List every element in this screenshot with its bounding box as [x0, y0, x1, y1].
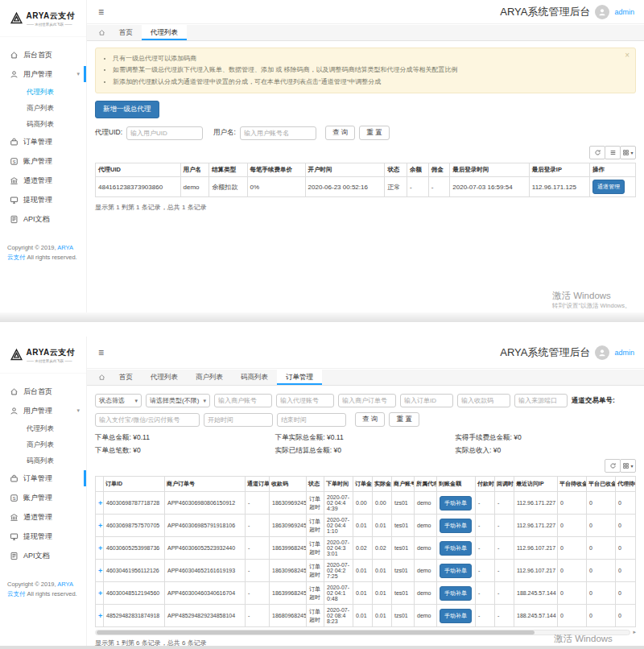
tab-商户列表[interactable]: 商户列表: [187, 370, 232, 385]
sidebar-item-dashboard[interactable]: 后台首页: [0, 45, 86, 64]
user-avatar[interactable]: [595, 5, 609, 19]
refresh-icon[interactable]: [589, 146, 605, 159]
reset-button[interactable]: 重 置: [359, 126, 389, 140]
table-cell: 18639968245: [270, 537, 307, 560]
sidebar-item-api[interactable]: API文档: [0, 209, 86, 229]
table-cell: -: [495, 515, 514, 537]
sidebar-item-channels[interactable]: 通道管理: [0, 171, 86, 190]
sidebar-item-users[interactable]: 用户管理▾: [0, 64, 86, 84]
expand-row-icon[interactable]: +: [98, 544, 102, 552]
column-header: 用户名: [180, 163, 209, 177]
table-cell: 0.01: [373, 605, 392, 627]
column-header: 通道订单号: [246, 477, 270, 492]
type-filter-select[interactable]: 请选择类型(不限)▾: [146, 394, 210, 407]
sidebar-item-api[interactable]: API文档: [0, 546, 86, 565]
status-filter-select[interactable]: 状态筛选▾: [95, 394, 142, 407]
scrollbar-thumb[interactable]: [97, 630, 535, 635]
end-time-input[interactable]: [277, 413, 346, 427]
sidebar-item-dashboard[interactable]: 后台首页: [0, 382, 86, 401]
toggle-view-icon[interactable]: [605, 146, 621, 159]
sidebar-item-orders[interactable]: 订单管理: [0, 132, 86, 151]
scrollbar-track[interactable]: [95, 630, 630, 635]
reset-button[interactable]: 重 置: [389, 412, 419, 427]
hamburger-menu-icon[interactable]: ≡: [98, 347, 104, 358]
source-port-input[interactable]: [514, 394, 568, 407]
manual-reorder-button[interactable]: 手动补单: [440, 541, 472, 556]
table-cell: APP460306985791918106: [165, 515, 246, 537]
sidebar-subitem[interactable]: 代理列表: [0, 420, 86, 436]
columns-icon[interactable]: ▾: [620, 146, 636, 159]
tab-首页[interactable]: 首页: [110, 370, 142, 385]
column-header: 订单ID: [104, 477, 165, 492]
tab-代理列表[interactable]: 代理列表: [142, 370, 187, 385]
manual-reorder-button[interactable]: 手动补单: [440, 586, 472, 601]
manual-reorder-button[interactable]: 手动补单: [440, 496, 472, 511]
sidebar-item-users[interactable]: 用户管理▾: [0, 401, 86, 420]
table-cell: -: [495, 492, 514, 515]
expand-row-icon[interactable]: +: [98, 499, 102, 507]
channel-manage-button[interactable]: 通道管理: [592, 180, 625, 194]
agent-uid-input[interactable]: [126, 126, 203, 140]
tab-码商列表[interactable]: 码商列表: [232, 370, 277, 385]
username-link[interactable]: admin: [614, 349, 634, 357]
app-logo[interactable]: ARYA云支付 —— 支付世界从此飞跃 ——: [0, 0, 86, 37]
user-avatar[interactable]: [595, 345, 609, 360]
merchant-account-input[interactable]: [214, 394, 272, 407]
table-cell: APP460306980806150912: [165, 492, 246, 515]
expand-row-icon[interactable]: +: [98, 522, 102, 530]
username-input[interactable]: [240, 126, 316, 140]
add-agent-button[interactable]: 新增一级总代理: [95, 101, 159, 118]
sidebar-item-channels[interactable]: 通道管理: [0, 507, 86, 527]
sidebar-subitem[interactable]: 商户列表: [0, 436, 86, 453]
merchant-order-input[interactable]: [338, 394, 396, 407]
manual-reorder-button[interactable]: 手动补单: [440, 519, 472, 533]
table-row: +46030461956112126APP460304652161619193-…: [96, 560, 636, 582]
tab-首页[interactable]: 首页: [110, 25, 142, 40]
sidebar-subitem[interactable]: 码商列表: [0, 453, 86, 469]
tab-订单管理[interactable]: 订单管理: [277, 370, 322, 385]
table-cell: 0.02: [373, 537, 392, 560]
hamburger-menu-icon[interactable]: ≡: [98, 6, 104, 18]
manual-reorder-button[interactable]: 手动补单: [440, 609, 472, 623]
home-icon[interactable]: [93, 25, 110, 40]
filter-row: 代理UID: 用户名: 查 询 重 置: [95, 126, 636, 140]
copyright-text: All rights reserved.: [26, 590, 77, 597]
sidebar-item-withdraw[interactable]: 提现管理: [0, 190, 86, 209]
columns-icon[interactable]: ▾: [620, 459, 636, 473]
table-cell: +: [96, 560, 104, 582]
expand-row-icon[interactable]: +: [98, 567, 102, 575]
app-logo[interactable]: ARYA云支付 —— 支付世界从此飞跃 ——: [0, 337, 86, 374]
logo-tagline: —— 支付世界从此飞跃 ——: [27, 358, 72, 362]
sidebar-subitem[interactable]: 商户列表: [0, 100, 86, 116]
table-cell: demo: [415, 560, 437, 582]
payment-account-input[interactable]: [95, 413, 200, 427]
table-cell: -: [495, 560, 514, 582]
username-link[interactable]: admin: [614, 8, 634, 16]
logo-mark-icon: [10, 11, 23, 25]
refresh-icon[interactable]: [605, 459, 621, 473]
sidebar-item-label: 提现管理: [23, 531, 52, 542]
table-cell: -: [246, 515, 270, 537]
sidebar-item-orders[interactable]: 订单管理: [0, 469, 86, 488]
qrcode-input[interactable]: [457, 394, 510, 407]
column-header: 最近访问IP: [514, 477, 558, 492]
tab-代理列表[interactable]: 代理列表: [142, 25, 187, 40]
sidebar-item-withdraw[interactable]: 提现管理: [0, 527, 86, 546]
sidebar-item-accounts[interactable]: S账户管理: [0, 488, 86, 507]
agent-account-input[interactable]: [276, 394, 334, 407]
home-icon[interactable]: [93, 370, 110, 385]
sidebar-subitem[interactable]: 码商列表: [0, 116, 86, 132]
start-time-input[interactable]: [204, 413, 273, 427]
expand-row-icon[interactable]: +: [98, 612, 102, 620]
sidebar-item-accounts[interactable]: S账户管理: [0, 151, 86, 171]
search-button[interactable]: 查 询: [355, 412, 385, 427]
column-header: 每笔手续费单价: [247, 163, 305, 177]
alert-close-icon[interactable]: ×: [625, 51, 630, 60]
order-id-input[interactable]: [400, 394, 453, 407]
sidebar-item-label: 用户管理: [23, 406, 52, 416]
table-cell: -: [476, 537, 495, 560]
expand-row-icon[interactable]: +: [98, 589, 102, 597]
search-button[interactable]: 查 询: [325, 126, 355, 140]
manual-reorder-button[interactable]: 手动补单: [440, 564, 472, 578]
sidebar-subitem[interactable]: 代理列表: [0, 84, 86, 100]
